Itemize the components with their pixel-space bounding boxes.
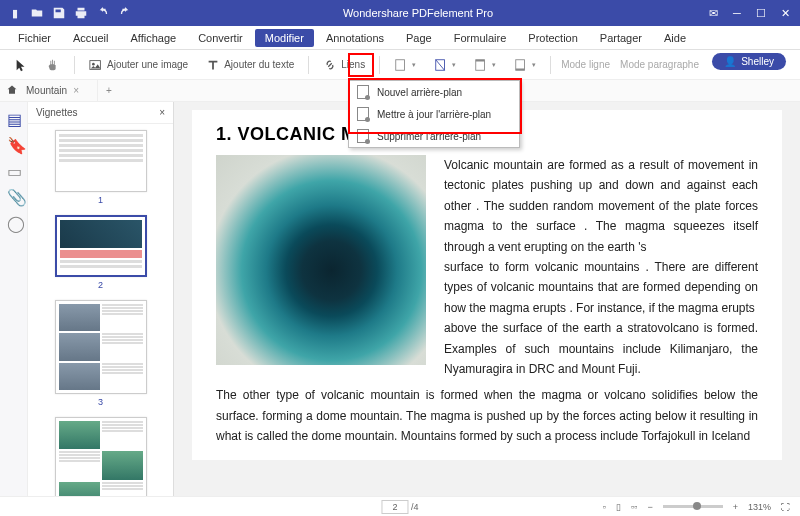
thumbnail-4[interactable]: 4 xyxy=(28,417,173,496)
document-tab[interactable]: Mountain × xyxy=(0,80,98,101)
print-icon[interactable] xyxy=(74,6,88,20)
zoom-in-button[interactable]: + xyxy=(733,502,738,512)
menu-convertir[interactable]: Convertir xyxy=(188,29,253,47)
thumbnails-icon[interactable]: ▤ xyxy=(7,110,21,124)
mode-paragraph-toggle[interactable]: Mode paragraphe xyxy=(620,59,699,70)
new-tab-button[interactable]: + xyxy=(98,85,120,96)
comments-icon[interactable]: ▭ xyxy=(7,162,21,176)
add-text-button[interactable]: Ajouter du texte xyxy=(202,56,298,74)
thumbnail-1[interactable]: 1 xyxy=(28,130,173,205)
sidebar-rail: ▤ 🔖 ▭ 📎 ◯ xyxy=(0,102,28,496)
menu-annotations[interactable]: Annotations xyxy=(316,29,394,47)
menu-accueil[interactable]: Accueil xyxy=(63,29,118,47)
thumbnails-title: Vignettes xyxy=(36,107,78,118)
workspace: ▤ 🔖 ▭ 📎 ◯ Vignettes × 1 2 3 4 xyxy=(0,102,800,496)
document-view[interactable]: 1. VOLCANIC MOUNTAIN Volcanic mountain a… xyxy=(174,102,800,496)
user-name: Shelley xyxy=(741,56,774,67)
dd-remove-background[interactable]: Supprimer l'arrière-plan xyxy=(349,125,519,147)
menu-modifier[interactable]: Modifier xyxy=(255,29,314,47)
view-two-icon[interactable]: ▫▫ xyxy=(631,502,637,512)
watermark-button[interactable]: ▾ xyxy=(390,56,420,74)
add-text-label: Ajouter du texte xyxy=(224,59,294,70)
thumb-num-3: 3 xyxy=(98,397,103,407)
body-para-3: above the surface of the earth a stratov… xyxy=(444,318,758,379)
thumbnails-panel: Vignettes × 1 2 3 4 xyxy=(28,102,174,496)
title-bar: ▮ Wondershare PDFelement Pro ✉ ─ ☐ ✕ xyxy=(0,0,800,26)
select-tool[interactable] xyxy=(10,56,32,74)
thumbnail-2[interactable]: 2 xyxy=(28,215,173,290)
menu-bar: Fichier Accueil Affichage Convertir Modi… xyxy=(0,26,800,50)
open-icon[interactable] xyxy=(30,6,44,20)
total-pages: /4 xyxy=(411,502,419,512)
view-continuous-icon[interactable]: ▯ xyxy=(616,502,621,512)
document-image xyxy=(216,155,426,365)
dd-label-2: Mettre à jour l'arrière-plan xyxy=(377,109,491,120)
redo-icon[interactable] xyxy=(118,6,132,20)
page-indicator[interactable]: 2 /4 xyxy=(381,502,418,512)
page-refresh-icon xyxy=(357,107,369,121)
links-button[interactable]: Liens xyxy=(319,56,369,74)
page-plus-icon xyxy=(357,85,369,99)
current-page[interactable]: 2 xyxy=(381,500,408,514)
user-icon: 👤 xyxy=(724,56,736,67)
body-para-4: The other type of volcanic mountain is f… xyxy=(216,385,758,446)
body-para-2: surface to form volcanic mountains . The… xyxy=(444,257,758,318)
thumb-num-2: 2 xyxy=(98,280,103,290)
status-bar: 2 /4 ▫ ▯ ▫▫ − + 131% ⛶ xyxy=(0,496,800,516)
background-button[interactable]: ▾ xyxy=(430,56,460,74)
zoom-value: 131% xyxy=(748,502,771,512)
body-para-1: Volcanic mountain are formed as a result… xyxy=(444,155,758,257)
bookmarks-icon[interactable]: 🔖 xyxy=(7,136,21,150)
links-label: Liens xyxy=(341,59,365,70)
edit-toolbar: Ajouter une image Ajouter du texte Liens… xyxy=(0,50,800,80)
document-tab-label: Mountain xyxy=(26,85,67,96)
zoom-out-button[interactable]: − xyxy=(647,502,652,512)
bates-button[interactable]: ▾ xyxy=(510,56,540,74)
menu-partager[interactable]: Partager xyxy=(590,29,652,47)
dd-new-background[interactable]: Nouvel arrière-plan xyxy=(349,81,519,103)
thumbnails-close-icon[interactable]: × xyxy=(159,107,165,118)
view-single-icon[interactable]: ▫ xyxy=(603,502,606,512)
save-icon[interactable] xyxy=(52,6,66,20)
svg-rect-5 xyxy=(476,59,485,61)
attachments-icon[interactable]: 📎 xyxy=(7,188,21,202)
user-pill[interactable]: 👤Shelley xyxy=(712,53,786,70)
fullscreen-icon[interactable]: ⛶ xyxy=(781,502,790,512)
home-icon xyxy=(6,84,18,96)
thumb-num-1: 1 xyxy=(98,195,103,205)
zoom-slider[interactable] xyxy=(663,505,723,508)
add-image-button[interactable]: Ajouter une image xyxy=(85,56,192,74)
svg-point-1 xyxy=(92,62,95,65)
mail-icon[interactable]: ✉ xyxy=(704,4,722,22)
menu-formulaire[interactable]: Formulaire xyxy=(444,29,517,47)
header-footer-button[interactable]: ▾ xyxy=(470,56,500,74)
app-logo-icon: ▮ xyxy=(8,6,22,20)
undo-icon[interactable] xyxy=(96,6,110,20)
menu-aide[interactable]: Aide xyxy=(654,29,696,47)
hand-tool[interactable] xyxy=(42,56,64,74)
dd-label-3: Supprimer l'arrière-plan xyxy=(377,131,481,142)
search-panel-icon[interactable]: ◯ xyxy=(7,214,21,228)
menu-affichage[interactable]: Affichage xyxy=(120,29,186,47)
mode-line-toggle[interactable]: Mode ligne xyxy=(561,59,610,70)
dd-label-1: Nouvel arrière-plan xyxy=(377,87,462,98)
dd-update-background[interactable]: Mettre à jour l'arrière-plan xyxy=(349,103,519,125)
menu-protection[interactable]: Protection xyxy=(518,29,588,47)
svg-rect-7 xyxy=(516,68,525,70)
menu-fichier[interactable]: Fichier xyxy=(8,29,61,47)
tab-close-icon[interactable]: × xyxy=(73,85,79,96)
background-dropdown: Nouvel arrière-plan Mettre à jour l'arri… xyxy=(348,80,520,148)
app-title: Wondershare PDFelement Pro xyxy=(132,7,704,19)
page-remove-icon xyxy=(357,129,369,143)
minimize-button[interactable]: ─ xyxy=(728,4,746,22)
page-content: 1. VOLCANIC MOUNTAIN Volcanic mountain a… xyxy=(192,110,782,460)
close-button[interactable]: ✕ xyxy=(776,4,794,22)
maximize-button[interactable]: ☐ xyxy=(752,4,770,22)
thumbnail-3[interactable]: 3 xyxy=(28,300,173,407)
menu-page[interactable]: Page xyxy=(396,29,442,47)
svg-rect-2 xyxy=(396,59,405,70)
add-image-label: Ajouter une image xyxy=(107,59,188,70)
